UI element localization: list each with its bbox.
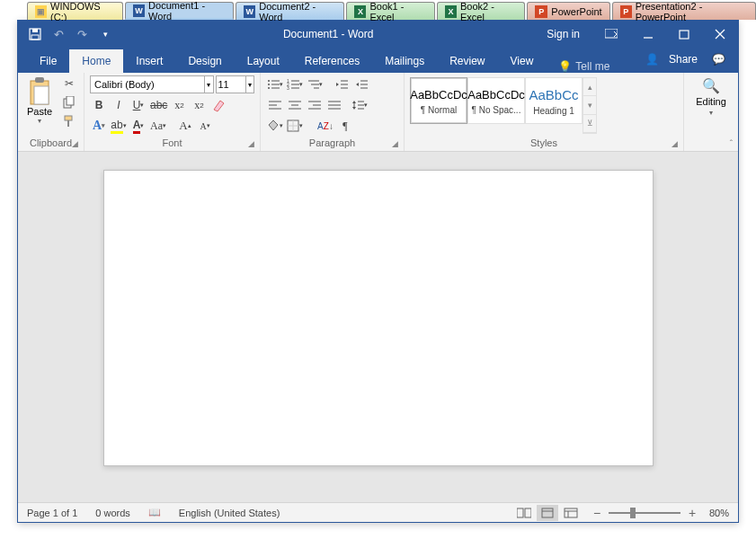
clear-formatting-button[interactable] <box>209 96 227 114</box>
font-name-input[interactable] <box>90 75 205 93</box>
page-number-status[interactable]: Page 1 of 1 <box>27 508 77 518</box>
change-case-button[interactable]: Aa▾ <box>149 117 167 135</box>
window-tabs-bar: ▣WINDOWS (C:) WDocument1 - Word WDocumen… <box>0 0 756 20</box>
font-dialog-launcher[interactable]: ◢ <box>248 139 254 148</box>
tab-design[interactable]: Design <box>175 49 234 73</box>
numbering-button[interactable]: 123▾ <box>286 75 304 93</box>
font-name-dropdown[interactable]: ▾ <box>205 75 214 93</box>
tab-mailings[interactable]: Mailings <box>372 49 437 73</box>
tab-references[interactable]: References <box>292 49 372 73</box>
window-tab-word-2[interactable]: WDocument2 - Word <box>236 2 344 20</box>
zoom-level[interactable]: 80% <box>709 508 729 518</box>
word-count-status[interactable]: 0 words <box>95 508 130 518</box>
window-tab-folder[interactable]: ▣WINDOWS (C:) <box>27 2 123 20</box>
style-heading-1[interactable]: AaBbCcHeading 1 <box>525 77 583 124</box>
tell-me-search[interactable]: 💡Tell me <box>546 60 622 73</box>
format-painter-button[interactable] <box>61 113 77 129</box>
styles-scroll-up[interactable]: ▴ <box>583 78 596 96</box>
align-right-button[interactable] <box>306 96 324 114</box>
tab-file[interactable]: File <box>27 49 69 73</box>
close-button[interactable] <box>702 21 738 48</box>
highlight-button[interactable]: ab▾ <box>110 117 128 135</box>
zoom-in-button[interactable]: + <box>686 506 698 520</box>
svg-rect-59 <box>565 508 577 517</box>
share-button[interactable]: 👤 Share <box>645 46 698 73</box>
svg-rect-1 <box>32 29 38 32</box>
group-font: ▾ ▾ B I U▾ abc x2 x2 A▾ ab▾ A▾ A <box>84 73 261 151</box>
italic-button[interactable]: I <box>110 96 128 114</box>
group-clipboard: Paste ▾ ✂ Clipboard◢ <box>18 73 84 151</box>
tab-insert[interactable]: Insert <box>123 49 175 73</box>
comments-icon[interactable]: 💬 <box>712 53 725 66</box>
svg-rect-9 <box>35 77 44 83</box>
copy-button[interactable] <box>61 94 77 110</box>
ribbon-display-options-button[interactable] <box>592 21 630 48</box>
print-layout-button[interactable] <box>537 505 558 521</box>
window-tab-excel-1[interactable]: XBook1 - Excel <box>346 2 434 20</box>
window-tab-excel-2[interactable]: XBook2 - Excel <box>437 2 525 20</box>
qat-customize-button[interactable]: ▾ <box>97 26 113 42</box>
editing-button[interactable]: 🔍 Editing ▾ <box>689 75 734 136</box>
document-page[interactable] <box>103 170 654 466</box>
increase-indent-button[interactable] <box>352 75 370 93</box>
window-tab-ppt-1[interactable]: PPowerPoint <box>527 2 609 20</box>
sort-button[interactable]: AZ↓ <box>316 117 334 135</box>
paragraph-dialog-launcher[interactable]: ◢ <box>392 139 398 148</box>
read-mode-button[interactable] <box>513 505 535 521</box>
minimize-button[interactable] <box>630 21 666 48</box>
maximize-button[interactable] <box>666 21 702 48</box>
quick-access-toolbar: ↶ ↷ ▾ <box>18 26 122 42</box>
tab-home[interactable]: Home <box>69 49 123 73</box>
shrink-font-button[interactable]: A▾ <box>196 117 214 135</box>
style-no-spacing[interactable]: AaBbCcDc¶ No Spac... <box>467 77 525 124</box>
styles-dialog-launcher[interactable]: ◢ <box>672 139 678 148</box>
styles-gallery-nav: ▴ ▾ ⊻ <box>583 77 597 134</box>
redo-button[interactable]: ↷ <box>74 26 90 42</box>
decrease-indent-button[interactable] <box>333 75 351 93</box>
window-tab-ppt-2[interactable]: PPresentation2 - PowerPoint <box>612 2 756 20</box>
font-size-dropdown[interactable]: ▾ <box>246 75 255 93</box>
shading-button[interactable]: ▾ <box>266 117 284 135</box>
sign-in-button[interactable]: Sign in <box>534 21 592 48</box>
cut-button[interactable]: ✂ <box>61 75 77 92</box>
svg-rect-5 <box>680 31 689 39</box>
tab-layout[interactable]: Layout <box>235 49 292 73</box>
language-status[interactable]: English (United States) <box>179 508 280 518</box>
tab-review[interactable]: Review <box>437 49 497 73</box>
tab-view[interactable]: View <box>498 49 547 73</box>
zoom-out-button[interactable]: − <box>591 506 603 520</box>
align-justify-button[interactable] <box>325 96 343 114</box>
superscript-button[interactable]: x2 <box>190 96 208 114</box>
save-button[interactable] <box>27 26 43 42</box>
line-spacing-button[interactable]: ▾ <box>351 96 369 114</box>
window-tab-word-1[interactable]: WDocument1 - Word <box>125 2 234 20</box>
clipboard-dialog-launcher[interactable]: ◢ <box>72 139 78 148</box>
align-center-button[interactable] <box>286 96 304 114</box>
show-paragraph-marks-button[interactable]: ¶ <box>336 117 354 135</box>
styles-expand[interactable]: ⊻ <box>583 115 596 133</box>
align-left-button[interactable] <box>266 96 284 114</box>
spell-check-icon[interactable]: 📖 <box>148 507 161 518</box>
zoom-slider-thumb[interactable] <box>630 508 636 518</box>
svg-rect-55 <box>517 508 523 517</box>
document-area[interactable] <box>18 152 738 502</box>
style-normal[interactable]: AaBbCcDc¶ Normal <box>410 77 467 124</box>
bullets-button[interactable]: ▾ <box>266 75 284 93</box>
borders-button[interactable]: ▾ <box>286 117 304 135</box>
multilevel-list-button[interactable]: ▾ <box>306 75 324 93</box>
paste-button[interactable]: Paste ▾ <box>23 75 56 136</box>
font-size-input[interactable] <box>216 75 246 93</box>
grow-font-button[interactable]: A▴ <box>176 117 194 135</box>
underline-button[interactable]: U▾ <box>129 96 147 114</box>
strikethrough-button[interactable]: abc <box>149 96 168 114</box>
subscript-button[interactable]: x2 <box>170 96 188 114</box>
web-layout-button[interactable] <box>560 505 582 521</box>
collapse-ribbon-button[interactable]: ˆ <box>730 139 733 149</box>
bold-button[interactable]: B <box>90 96 108 114</box>
text-effects-button[interactable]: A▾ <box>90 117 108 135</box>
font-color-button[interactable]: A▾ <box>129 117 147 135</box>
zoom-slider-track[interactable] <box>609 512 680 514</box>
styles-scroll-down[interactable]: ▾ <box>583 96 596 114</box>
share-icon: 👤 <box>645 53 659 66</box>
undo-button[interactable]: ↶ <box>50 26 67 42</box>
